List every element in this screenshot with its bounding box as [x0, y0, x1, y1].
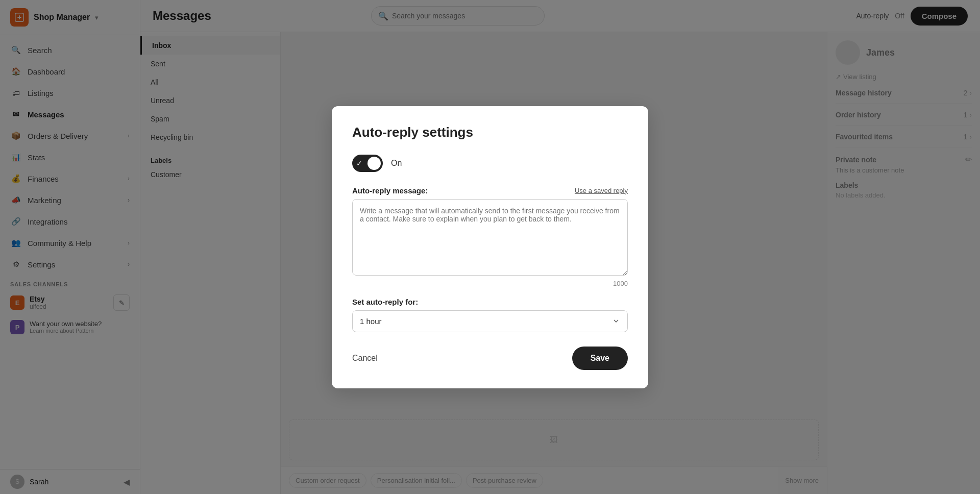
auto-reply-toggle[interactable]: ✓: [352, 155, 383, 172]
toggle-knob: [368, 157, 381, 170]
modal-footer: Cancel Save: [352, 347, 628, 370]
set-for-label: Set auto-reply for:: [352, 298, 628, 306]
modal-overlay[interactable]: Auto-reply settings ✓ On Auto-reply mess…: [0, 0, 980, 494]
check-icon: ✓: [356, 159, 362, 167]
auto-reply-duration-select[interactable]: 30 minutes 1 hour 2 hours 4 hours 8 hour…: [352, 310, 628, 332]
auto-reply-modal: Auto-reply settings ✓ On Auto-reply mess…: [332, 106, 648, 388]
toggle-row: ✓ On: [352, 155, 628, 172]
cancel-button[interactable]: Cancel: [352, 349, 378, 368]
auto-reply-message-label: Auto-reply message:: [352, 186, 428, 195]
use-saved-reply-link[interactable]: Use a saved reply: [575, 187, 628, 194]
char-count: 1000: [352, 280, 628, 287]
modal-field-header: Auto-reply message: Use a saved reply: [352, 186, 628, 195]
toggle-label: On: [391, 159, 402, 168]
modal-title: Auto-reply settings: [352, 125, 628, 140]
auto-reply-textarea[interactable]: [352, 199, 628, 276]
save-button[interactable]: Save: [572, 347, 628, 370]
